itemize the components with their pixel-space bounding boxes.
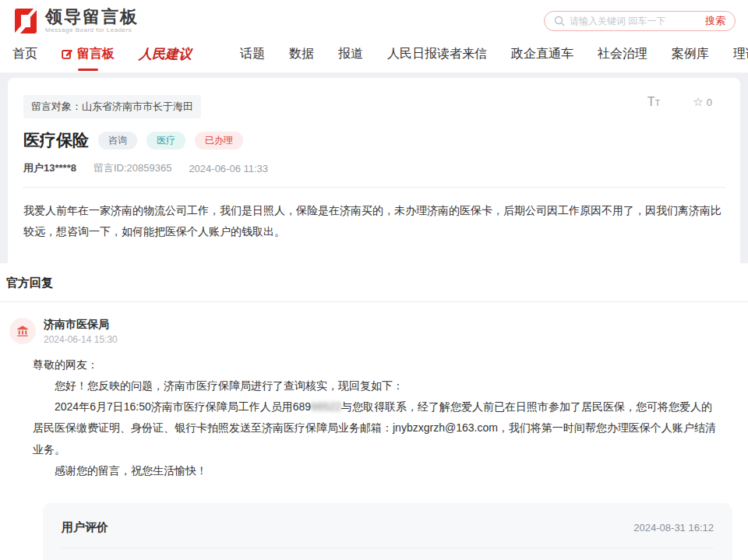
- favorite-control[interactable]: ☆ 0: [693, 95, 712, 109]
- government-building-icon: [16, 324, 30, 338]
- font-size-icon[interactable]: TT: [647, 95, 661, 109]
- nav-item-theory[interactable]: 理论: [733, 46, 748, 62]
- message-title-row: 医疗保险 咨询 医疗 已办理: [23, 129, 725, 151]
- message-tools: TT ☆ 0: [647, 95, 725, 109]
- search-button[interactable]: 搜索: [705, 14, 725, 28]
- tag-domain: 医疗: [146, 132, 185, 150]
- evaluation-divider: [62, 548, 714, 548]
- agency-avatar: [9, 318, 36, 344]
- official-reply-heading: 官方回复: [0, 276, 748, 301]
- site-header: 领导留言板 Message Board for Leaders 搜索 首页 留言…: [0, 0, 748, 73]
- tag-category: 咨询: [98, 132, 137, 150]
- header-top-row: 领导留言板 Message Board for Leaders 搜索: [12, 8, 736, 34]
- message-card-top: 留言对象：山东省济南市市长于海田 TT ☆ 0: [23, 95, 725, 118]
- reply-date: 2024-06-14 15:30: [44, 334, 118, 345]
- official-reply-section: 官方回复 济南市医保局 2024-06-14 15:30 尊敬的网友： 您好！您…: [0, 263, 748, 560]
- active-tab-underline: [78, 69, 98, 71]
- redacted-phone-digits: 66522: [311, 400, 341, 413]
- reply-paragraph: 尊敬的网友：: [33, 354, 723, 375]
- main-nav: 首页 留言板 人民建议 话题 数据 报道 人民日报读者来信 政企直通车 社会治理…: [12, 45, 736, 72]
- site-title: 领导留言板: [45, 8, 139, 26]
- message-target-badge: 留言对象：山东省济南市市长于海田: [23, 95, 201, 118]
- nav-item-label: 留言板: [77, 46, 115, 62]
- message-id: 留言ID:20859365: [94, 161, 171, 175]
- reply-text: 尊敬的网友： 您好！您反映的问题，济南市医疗保障局进行了查询核实，现回复如下： …: [9, 345, 736, 482]
- evaluation-header: 用户评价 2024-08-31 16:12: [62, 520, 714, 535]
- nav-item-people-suggestions[interactable]: 人民建议: [139, 45, 192, 63]
- pen-board-icon: [62, 48, 73, 60]
- agency-row: 济南市医保局 2024-06-14 15:30: [9, 318, 736, 345]
- reply-paragraph: 感谢您的留言，祝您生活愉快！: [33, 460, 723, 481]
- nav-item-reader-letters[interactable]: 人民日报读者来信: [387, 46, 487, 62]
- message-title: 医疗保险: [23, 129, 89, 151]
- message-user: 用户13****8: [23, 161, 76, 175]
- reply-paragraph: 2024年6月7日16:50济南市医疗保障局工作人员用68966522与您取得联…: [33, 396, 723, 460]
- evaluation-date: 2024-08-31 16:12: [633, 522, 714, 534]
- message-card: 留言对象：山东省济南市市长于海田 TT ☆ 0 医疗保险 咨询 医疗 已办理 用…: [8, 78, 740, 263]
- nav-item-gov-enterprise[interactable]: 政企直通车: [511, 46, 573, 62]
- logo-icon: [12, 8, 39, 34]
- nav-item-data[interactable]: 数据: [289, 46, 314, 62]
- evaluation-title: 用户评价: [62, 520, 108, 535]
- agency-info: 济南市医保局 2024-06-14 15:30: [44, 318, 118, 345]
- nav-item-topics[interactable]: 话题: [240, 46, 265, 62]
- favorite-count: 0: [707, 97, 712, 108]
- star-outline-icon: ☆: [693, 95, 703, 109]
- message-meta-row: 用户13****8 留言ID:20859365 2024-06-06 11:33: [23, 161, 725, 188]
- message-body: 我爱人前年在一家济南的物流公司工作，我们是日照人，保险是在济南买的，未办理济南的…: [23, 200, 725, 243]
- logo-text: 领导留言板 Message Board for Leaders: [45, 8, 139, 34]
- agency-name: 济南市医保局: [44, 318, 118, 332]
- site-subtitle: Message Board for Leaders: [45, 27, 139, 34]
- reply-block: 济南市医保局 2024-06-14 15:30 尊敬的网友： 您好！您反映的问题…: [0, 302, 748, 482]
- nav-item-home[interactable]: 首页: [12, 46, 37, 62]
- user-evaluation-box: 用户评价 2024-08-31 16:12 满意 解决力度： ★★★★★ 沟通态…: [43, 503, 732, 560]
- message-date: 2024-06-06 11:33: [189, 163, 268, 174]
- tag-status: 已办理: [195, 132, 243, 150]
- search-icon: [554, 16, 565, 26]
- search-input[interactable]: [570, 16, 700, 26]
- site-logo[interactable]: 领导留言板 Message Board for Leaders: [12, 8, 139, 34]
- reply-paragraph: 您好！您反映的问题，济南市医疗保障局进行了查询核实，现回复如下：: [33, 375, 723, 396]
- nav-item-message-board[interactable]: 留言板: [62, 46, 115, 62]
- search-box[interactable]: 搜索: [544, 11, 736, 31]
- nav-item-social-governance[interactable]: 社会治理: [598, 46, 647, 62]
- nav-item-reports[interactable]: 报道: [338, 46, 363, 62]
- nav-item-case-library[interactable]: 案例库: [672, 46, 709, 62]
